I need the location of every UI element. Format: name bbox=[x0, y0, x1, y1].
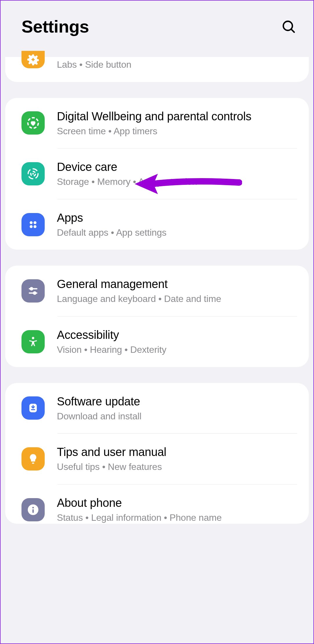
apps-grid-icon bbox=[27, 219, 39, 230]
settings-item-advanced-features[interactable]: Labs • Side button bbox=[5, 57, 309, 82]
settings-item-general-management[interactable]: General management Language and keyboard… bbox=[5, 266, 309, 316]
settings-item-digital-wellbeing[interactable]: Digital Wellbeing and parental controls … bbox=[5, 98, 309, 149]
apps-icon bbox=[21, 213, 45, 236]
item-text: Apps Default apps • App settings bbox=[57, 210, 297, 239]
item-title: Device care bbox=[57, 160, 297, 174]
about-phone-icon bbox=[21, 498, 45, 521]
svg-line-1 bbox=[291, 29, 294, 32]
settings-item-tips[interactable]: Tips and user manual Useful tips • New f… bbox=[5, 434, 309, 484]
svg-rect-18 bbox=[33, 509, 34, 513]
settings-item-about-phone[interactable]: About phone Status • Legal information •… bbox=[5, 484, 309, 524]
info-icon bbox=[27, 503, 39, 516]
settings-item-apps[interactable]: Apps Default apps • App settings bbox=[5, 199, 309, 250]
device-care-icon bbox=[21, 162, 45, 185]
item-title: Tips and user manual bbox=[57, 445, 297, 459]
item-text: Device care Storage • Memory • App prote… bbox=[57, 160, 297, 188]
svg-point-8 bbox=[30, 225, 33, 228]
item-title: Apps bbox=[57, 210, 297, 225]
software-update-icon bbox=[21, 396, 45, 420]
item-subtitle: Status • Legal information • Phone name bbox=[57, 512, 297, 524]
item-subtitle: Download and install bbox=[57, 410, 297, 423]
settings-group: Digital Wellbeing and parental controls … bbox=[5, 98, 309, 250]
item-title: Accessibility bbox=[57, 328, 297, 342]
page-title: Settings bbox=[21, 17, 89, 37]
device-care-swirl-icon bbox=[26, 167, 40, 181]
item-subtitle: Vision • Hearing • Dexterity bbox=[57, 344, 297, 356]
svg-point-13 bbox=[33, 292, 36, 294]
settings-group: Software update Download and install Tip… bbox=[5, 383, 309, 524]
svg-point-6 bbox=[30, 221, 33, 224]
item-title: About phone bbox=[57, 495, 297, 510]
download-circle-icon bbox=[27, 402, 39, 414]
item-subtitle: Storage • Memory • App protection bbox=[57, 176, 297, 188]
search-icon bbox=[281, 19, 296, 34]
svg-point-17 bbox=[32, 507, 34, 508]
sliders-icon bbox=[27, 285, 39, 297]
item-text: Software update Download and install bbox=[57, 394, 297, 423]
item-title: General management bbox=[57, 277, 297, 291]
settings-scroll[interactable]: Settings Labs • Side button bbox=[1, 1, 313, 643]
item-title: Software update bbox=[57, 394, 297, 409]
lightbulb-icon bbox=[27, 452, 39, 465]
item-text: Accessibility Vision • Hearing • Dexteri… bbox=[57, 328, 297, 356]
item-subtitle: Labs • Side button bbox=[57, 59, 297, 71]
plus-gear-icon bbox=[27, 53, 39, 66]
tips-icon bbox=[21, 447, 45, 471]
svg-point-5 bbox=[32, 173, 34, 175]
search-button[interactable] bbox=[281, 19, 296, 34]
general-management-icon bbox=[21, 279, 45, 303]
settings-item-software-update[interactable]: Software update Download and install bbox=[5, 383, 309, 434]
wellbeing-heart-icon bbox=[26, 116, 40, 130]
accessibility-person-icon bbox=[27, 335, 39, 348]
accessibility-icon bbox=[21, 330, 45, 353]
svg-point-11 bbox=[30, 288, 33, 290]
svg-point-9 bbox=[34, 225, 37, 228]
settings-group: General management Language and keyboard… bbox=[5, 266, 309, 367]
item-text: Tips and user manual Useful tips • New f… bbox=[57, 445, 297, 473]
item-subtitle: Screen time • App timers bbox=[57, 125, 297, 137]
header: Settings bbox=[1, 1, 313, 57]
settings-item-accessibility[interactable]: Accessibility Vision • Hearing • Dexteri… bbox=[5, 316, 309, 367]
digital-wellbeing-icon bbox=[21, 111, 45, 135]
settings-group: Labs • Side button bbox=[5, 57, 309, 82]
item-subtitle: Language and keyboard • Date and time bbox=[57, 293, 297, 305]
item-subtitle: Default apps • App settings bbox=[57, 227, 297, 239]
item-title: Digital Wellbeing and parental controls bbox=[57, 109, 297, 124]
svg-point-14 bbox=[32, 337, 34, 339]
item-subtitle: Useful tips • New features bbox=[57, 461, 297, 473]
item-text: Labs • Side button bbox=[57, 57, 297, 71]
item-text: About phone Status • Legal information •… bbox=[57, 495, 297, 524]
settings-item-device-care[interactable]: Device care Storage • Memory • App prote… bbox=[5, 149, 309, 199]
item-text: General management Language and keyboard… bbox=[57, 277, 297, 305]
svg-point-7 bbox=[34, 221, 37, 224]
advanced-features-icon bbox=[21, 51, 45, 68]
item-text: Digital Wellbeing and parental controls … bbox=[57, 109, 297, 137]
